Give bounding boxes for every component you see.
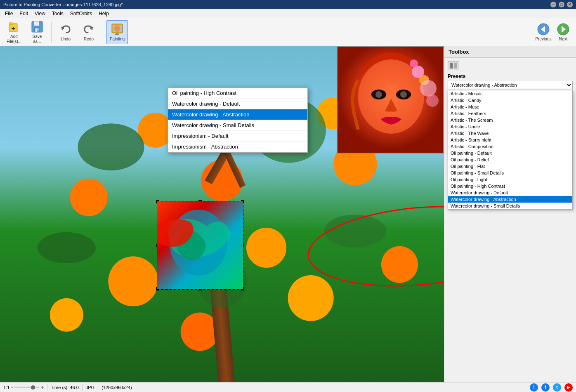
save-as-button[interactable]: Save as...	[26, 20, 48, 44]
info-icon[interactable]: i	[530, 383, 538, 392]
svg-point-29	[426, 94, 439, 107]
svg-rect-7	[35, 28, 37, 32]
time-label: Time (s): 46.0	[51, 385, 78, 390]
painted-selection	[157, 201, 243, 289]
maximize-button[interactable]: □	[559, 2, 564, 7]
close-button[interactable]: ✕	[567, 2, 573, 7]
dropdown-item-watercolor-abstraction[interactable]: Watercolor drawing - Abstraction	[168, 109, 307, 120]
status-right: i f t ▶	[530, 383, 573, 392]
dropdown-list-composition[interactable]: Artistic - Composition	[448, 143, 572, 150]
app-title: Picture to Painting Converter - oranges-…	[3, 2, 123, 7]
zoom-out-button[interactable]: -	[11, 385, 13, 390]
dropdown-item-watercolor-default[interactable]: Watercolor drawing - Default	[168, 99, 307, 109]
dropdown-list-oil-small[interactable]: Oil painting - Small Details	[448, 170, 572, 176]
dimensions-label: (1280x960x24)	[102, 385, 132, 390]
redo-button[interactable]: Redo	[78, 20, 99, 44]
redo-label: Redo	[84, 37, 94, 41]
toolbar: Add File(s)... Save as... Undo	[0, 18, 576, 46]
undo-button[interactable]: Undo	[55, 20, 76, 44]
menu-help[interactable]: Help	[95, 10, 112, 17]
title-bar: Picture to Painting Converter - oranges-…	[0, 0, 576, 9]
dropdown-list-mosaic[interactable]: Artistic - Mosaic	[448, 90, 572, 97]
dropdown-list-oil-relief[interactable]: Oil painting - Relief	[448, 156, 572, 163]
dropdown-item-impressionism-abstraction[interactable]: Impressionism - Abstraction	[168, 142, 307, 152]
undo-label: Undo	[61, 37, 71, 41]
add-files-button[interactable]: Add File(s)...	[3, 20, 25, 44]
dropdown-list-candy[interactable]: Artistic - Candy	[448, 97, 572, 104]
painting-icon	[111, 23, 124, 36]
save-as-label: Save as...	[33, 34, 42, 44]
presets-select[interactable]: Artistic - Mosaic Artistic - Candy Artis…	[448, 81, 573, 89]
preview-overlay	[337, 46, 444, 153]
svg-rect-5	[34, 21, 39, 26]
svg-point-24	[400, 91, 407, 98]
main-area: Oil painting - High Contrast Watercolor …	[0, 46, 576, 382]
zoom-slider-thumb[interactable]	[31, 385, 35, 390]
zoom-controls: 1:1 - +	[3, 385, 44, 390]
status-bar: 1:1 - + Time (s): 46.0 JPG (1280x960x24)…	[0, 382, 576, 392]
svg-point-27	[410, 59, 418, 68]
previous-label: Previous	[536, 37, 552, 41]
painting-button[interactable]: Painting	[106, 20, 128, 44]
nav-area: Previous Next	[534, 20, 573, 44]
status-sep-1	[47, 384, 47, 391]
svg-point-28	[420, 80, 437, 97]
toolbar-separator-2	[103, 22, 103, 43]
window-controls: ─ □ ✕	[550, 2, 573, 7]
dropdown-list-oil-high[interactable]: Oil painting - High Contrast	[448, 183, 572, 189]
presets-label: Presets	[448, 73, 573, 79]
dropdown-list-oil-light[interactable]: Oil painting - Light	[448, 176, 572, 183]
redo-icon	[82, 23, 95, 36]
next-label: Next	[559, 37, 568, 41]
add-files-icon	[7, 20, 21, 33]
large-dropdown[interactable]: Oil painting - High Contrast Watercolor …	[168, 87, 308, 153]
format-label: JPG	[86, 385, 94, 390]
dropdown-list-wc-default[interactable]: Watercolor drawing - Default	[448, 189, 572, 196]
dropdown-list-wc-small[interactable]: Watercolor drawing - Small Details	[448, 203, 572, 209]
toolbox-mini-icons	[448, 61, 573, 70]
menu-bar: File Edit View Tools SoftOrbits Help	[0, 9, 576, 18]
status-sep-3	[98, 384, 98, 391]
youtube-icon[interactable]: ▶	[564, 383, 573, 392]
dropdown-list-wave[interactable]: Artistic - The Wave	[448, 130, 572, 137]
next-button[interactable]: Next	[554, 20, 573, 44]
menu-softorbits[interactable]: SoftOrbits	[67, 10, 95, 17]
dropdown-list-oil-flat[interactable]: Oil painting - Flat	[448, 163, 572, 170]
next-icon	[557, 23, 570, 36]
dropdown-item-watercolor-small-details[interactable]: Watercolor drawing - Small Details	[168, 120, 307, 131]
facebook-icon[interactable]: f	[541, 383, 550, 392]
toolbox-content[interactable]: Presets Artistic - Mosaic Artistic - Can…	[444, 58, 576, 382]
svg-point-23	[375, 91, 382, 98]
undo-icon	[59, 23, 72, 36]
presets-section: Presets Artistic - Mosaic Artistic - Can…	[448, 73, 573, 89]
menu-view[interactable]: View	[31, 10, 49, 17]
toolbox-preset-icon-1[interactable]	[448, 61, 459, 70]
save-as-icon	[31, 20, 44, 33]
dropdown-list-scream[interactable]: Artistic - The Scream	[448, 117, 572, 123]
minimize-button[interactable]: ─	[550, 2, 556, 7]
previous-button[interactable]: Previous	[534, 20, 553, 44]
dropdown-list-undie[interactable]: Artistic - Undie	[448, 123, 572, 130]
add-files-label: Add File(s)...	[7, 34, 21, 44]
dropdown-list-feathers[interactable]: Artistic - Feathers	[448, 110, 572, 117]
zoom-slider[interactable]	[14, 387, 39, 388]
dropdown-item-oil-high-contrast[interactable]: Oil painting - High Contrast	[168, 88, 307, 99]
toolbox-header: Toolbox	[444, 46, 576, 58]
canvas-area[interactable]: Oil painting - High Contrast Watercolor …	[0, 46, 444, 382]
dropdown-list-wc-abstraction[interactable]: Watercolor drawing - Abstraction	[448, 196, 572, 203]
menu-file[interactable]: File	[2, 10, 16, 17]
presets-select-wrapper: Artistic - Mosaic Artistic - Candy Artis…	[448, 81, 573, 89]
status-sep-2	[82, 384, 83, 391]
svg-point-12	[114, 25, 120, 32]
dropdown-list-muse[interactable]: Artistic - Muse	[448, 104, 572, 110]
dropdown-list-oil-default[interactable]: Oil painting - Default	[448, 150, 572, 156]
zoom-in-button[interactable]: +	[41, 385, 44, 390]
menu-tools[interactable]: Tools	[49, 10, 67, 17]
menu-edit[interactable]: Edit	[16, 10, 31, 17]
painting-label: Painting	[110, 37, 125, 41]
toolbox-panel: Toolbox Presets Artistic - Mosaic	[444, 46, 576, 382]
dropdown-item-impressionism-default[interactable]: Impressionism - Default	[168, 131, 307, 142]
dropdown-list-starry[interactable]: Artistic - Starry night	[448, 137, 572, 143]
dropdown-list[interactable]: Artistic - Mosaic Artistic - Candy Artis…	[448, 90, 573, 210]
twitter-icon[interactable]: t	[553, 383, 561, 392]
